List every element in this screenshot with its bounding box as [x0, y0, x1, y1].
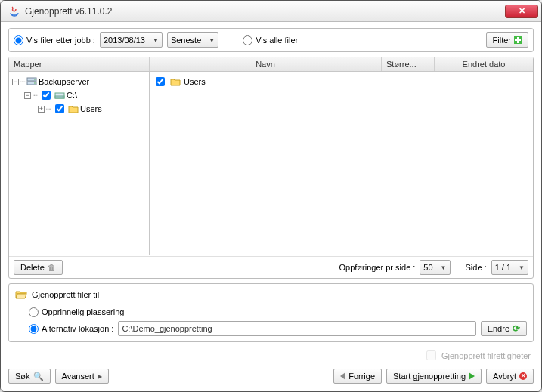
action-bar: Søk 🔍 Avansert ▶ Forrige Start gjenoppre…: [8, 367, 534, 385]
list-item[interactable]: Users: [153, 75, 530, 88]
server-icon: [26, 77, 37, 86]
titlebar: Gjenopprett v6.11.0.2 ✕: [1, 1, 541, 22]
column-headers: Mapper Navn Større... Endret dato: [9, 57, 533, 72]
previous-label: Forrige: [348, 372, 375, 381]
advanced-button[interactable]: Avansert ▶: [55, 369, 109, 384]
filter-bar: Vis filer etter jobb : 2013/08/13 ▼ Sene…: [8, 28, 534, 52]
date-select[interactable]: 2013/08/13 ▼: [100, 32, 163, 48]
refresh-icon: ⟳: [513, 323, 520, 334]
view-by-job-radio[interactable]: Vis filer etter jobb :: [14, 35, 95, 45]
date-value: 2013/08/13: [104, 35, 145, 45]
start-label: Start gjenoppretting: [393, 372, 466, 381]
restore-rights-checkbox[interactable]: Gjenopprett filrettigheter: [423, 348, 531, 363]
header-modified[interactable]: Endret dato: [435, 57, 533, 71]
search-label: Søk: [15, 372, 30, 381]
tree-connector: ┈: [33, 91, 37, 100]
tree-root-label: Backupserver: [39, 77, 89, 86]
chevron-down-icon: ▼: [150, 37, 159, 44]
folder-icon: [170, 77, 181, 86]
tree-checkbox[interactable]: [42, 91, 51, 100]
expand-icon[interactable]: +: [38, 106, 45, 113]
folder-icon: [68, 104, 79, 113]
java-icon: [8, 5, 20, 17]
rights-row: Gjenopprett filrettigheter: [8, 347, 534, 363]
destination-panel: Gjenopprett filer til Opprinnelig plasse…: [8, 283, 534, 342]
file-list[interactable]: Users: [150, 72, 533, 255]
tree-connector: ┈: [46, 104, 51, 114]
original-location-label: Opprinnelig plassering: [42, 307, 124, 316]
page-value: 1 / 1: [495, 263, 511, 272]
advanced-label: Avansert: [62, 372, 94, 381]
tree-users-label: Users: [80, 104, 102, 113]
plus-icon: [514, 36, 522, 44]
cancel-label: Avbryt: [493, 372, 516, 381]
alt-location-row: Alternativ lokasjon : C:\Demo_gjenoppret…: [15, 320, 527, 337]
list-item-name: Users: [184, 77, 530, 86]
page-label: Side :: [466, 263, 487, 272]
window-title: Gjenopprett v6.11.0.2: [25, 6, 505, 17]
filter-button[interactable]: Filter: [486, 32, 528, 48]
search-button[interactable]: Søk 🔍: [8, 369, 51, 384]
original-location-row: Opprinnelig plassering: [15, 304, 527, 320]
folder-tree[interactable]: − ┈ Backupserver − ┈ C:\ + ┈: [9, 72, 150, 255]
drive-icon: [54, 91, 65, 100]
start-restore-button[interactable]: Start gjenoppretting: [386, 369, 482, 384]
per-page-label: Oppføringer pr side :: [339, 263, 415, 272]
chevron-down-icon: ▼: [206, 37, 215, 44]
cancel-icon: ✕: [519, 372, 527, 380]
window: Gjenopprett v6.11.0.2 ✕ Vis filer etter …: [0, 0, 542, 392]
pager-bar: Delete 🗑 Oppføringer pr side : 50 ▼ Side…: [9, 256, 533, 278]
destination-title: Gjenopprett filer til: [32, 290, 99, 299]
search-icon: 🔍: [33, 372, 44, 381]
original-location-radio[interactable]: Opprinnelig plassering: [29, 307, 124, 317]
chevron-down-icon: ▼: [516, 264, 525, 271]
delete-button[interactable]: Delete 🗑: [14, 260, 63, 275]
alt-path-input[interactable]: C:\Demo_gjenoppretting: [118, 321, 475, 336]
play-icon: [469, 372, 475, 380]
per-page-value: 50: [423, 263, 432, 272]
list-checkbox[interactable]: [156, 77, 165, 86]
client-area: Vis filer etter jobb : 2013/08/13 ▼ Sene…: [1, 22, 541, 391]
chevron-down-icon: ▼: [438, 264, 447, 271]
alt-location-label: Alternativ lokasjon :: [42, 324, 113, 333]
page-select[interactable]: 1 / 1 ▼: [491, 260, 528, 275]
header-folders[interactable]: Mapper: [9, 57, 150, 71]
cancel-button[interactable]: Avbryt ✕: [486, 369, 534, 384]
tree-checkbox[interactable]: [55, 104, 64, 113]
svg-point-3: [34, 82, 36, 84]
header-name[interactable]: Navn: [150, 57, 382, 71]
svg-point-2: [34, 79, 36, 80]
change-button[interactable]: Endre ⟳: [481, 321, 527, 336]
tree-drive-label: C:\: [67, 91, 77, 100]
header-size[interactable]: Større...: [382, 57, 435, 71]
chevron-right-icon: ▶: [98, 373, 102, 380]
alt-location-radio[interactable]: Alternativ lokasjon :: [29, 324, 113, 334]
open-folder-icon: [15, 289, 27, 301]
close-button[interactable]: ✕: [505, 5, 538, 18]
tree-node-users[interactable]: + ┈ Users: [11, 102, 147, 116]
view-by-job-label: Vis filer etter jobb :: [26, 35, 95, 45]
delete-label: Delete: [20, 263, 45, 272]
trash-icon: 🗑: [48, 263, 56, 272]
view-all-label: Vis alle filer: [256, 35, 298, 45]
browser-body: − ┈ Backupserver − ┈ C:\ + ┈: [9, 72, 533, 255]
change-label: Endre: [488, 324, 509, 333]
previous-button[interactable]: Forrige: [333, 369, 382, 384]
tree-connector: ┈: [20, 77, 25, 87]
collapse-icon[interactable]: −: [12, 79, 19, 85]
tree-node-drive[interactable]: − ┈ C:\: [11, 88, 147, 102]
restore-rights-label: Gjenopprett filrettigheter: [441, 351, 531, 360]
destination-title-row: Gjenopprett filer til: [15, 289, 527, 301]
filter-label: Filter: [493, 35, 511, 45]
order-select[interactable]: Seneste ▼: [167, 32, 218, 48]
per-page-select[interactable]: 50 ▼: [420, 260, 450, 275]
view-all-radio[interactable]: Vis alle filer: [243, 35, 298, 45]
svg-point-6: [62, 97, 63, 98]
arrow-left-icon: [340, 372, 345, 380]
collapse-icon[interactable]: −: [24, 92, 31, 99]
tree-node-root[interactable]: − ┈ Backupserver: [11, 75, 147, 88]
order-value: Seneste: [171, 35, 201, 45]
file-browser: Mapper Navn Større... Endret dato − ┈ Ba…: [8, 57, 534, 279]
